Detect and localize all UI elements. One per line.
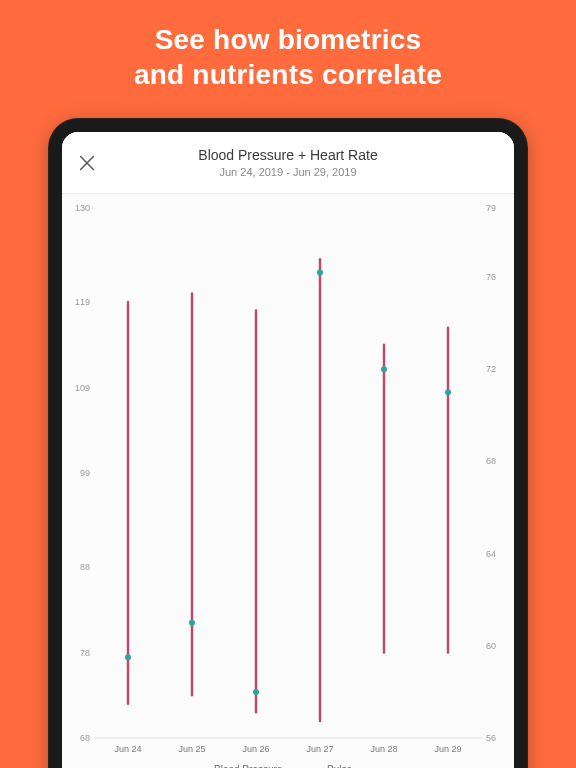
marketing-headline: See how biometrics and nutrients correla… [0,0,576,110]
y-left-tick: 99 [80,468,90,478]
y-right-tick: 76 [486,272,496,282]
y-left-tick: 130 [75,203,90,213]
headline-line-2: and nutrients correlate [134,59,442,90]
chart-title-block: Blood Pressure + Heart Rate Jun 24, 2019… [198,147,377,178]
chart-area: 6878889910911913056606468727679Jun 24Jun… [62,194,514,768]
y-left-tick: 78 [80,648,90,658]
y-left-tick: 68 [80,733,90,743]
tablet-screen: Blood Pressure + Heart Rate Jun 24, 2019… [62,132,514,768]
y-right-tick: 64 [486,549,496,559]
tablet-frame: Blood Pressure + Heart Rate Jun 24, 2019… [48,118,528,768]
y-right-tick: 79 [486,203,496,213]
chart-date-range: Jun 24, 2019 - Jun 29, 2019 [198,166,377,178]
chart-header: Blood Pressure + Heart Rate Jun 24, 2019… [62,132,514,194]
pulse-point [317,270,323,276]
y-left-tick: 119 [75,297,90,307]
y-right-tick: 56 [486,733,496,743]
chart-title: Blood Pressure + Heart Rate [198,147,377,163]
pulse-point [189,620,195,626]
pulse-point [253,689,259,695]
headline-line-1: See how biometrics [155,24,422,55]
y-right-tick: 68 [486,456,496,466]
pulse-point [125,654,131,660]
y-left-tick: 88 [80,562,90,572]
x-tick: Jun 25 [178,744,205,754]
close-button[interactable] [76,152,98,174]
y-left-tick: 109 [75,383,90,393]
x-tick: Jun 28 [370,744,397,754]
y-right-tick: 60 [486,641,496,651]
chart-svg: 6878889910911913056606468727679Jun 24Jun… [62,194,514,768]
x-tick: Jun 27 [306,744,333,754]
close-icon [76,152,98,174]
legend-pulse-label: Pulse [327,764,352,768]
pulse-point [445,389,451,395]
pulse-point [381,366,387,372]
x-tick: Jun 24 [114,744,141,754]
x-tick: Jun 29 [434,744,461,754]
y-right-tick: 72 [486,364,496,374]
x-tick: Jun 26 [242,744,269,754]
legend-bp-label: Blood Pressure [214,764,283,768]
